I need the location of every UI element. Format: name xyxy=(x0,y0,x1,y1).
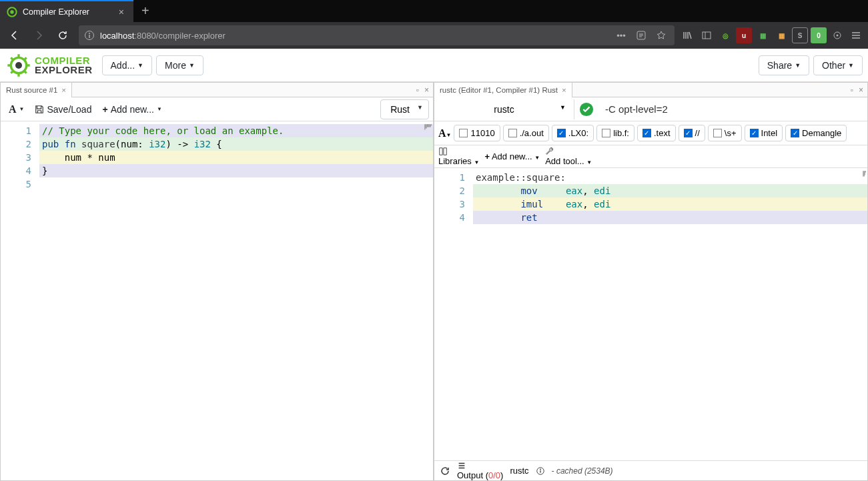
svg-point-9 xyxy=(837,35,839,37)
maximize-icon[interactable]: ▫ xyxy=(851,85,853,95)
browser-chrome: Compiler Explorer × + localhost:8080/com… xyxy=(0,0,868,49)
svg-point-1 xyxy=(10,10,13,13)
url-text: localhost:8080/compiler-explorer xyxy=(100,31,226,41)
recompile-icon[interactable] xyxy=(440,466,450,476)
reload-button[interactable] xyxy=(52,25,73,46)
other-dropdown-button[interactable]: Other ▼ xyxy=(813,55,863,75)
plus-icon: + xyxy=(102,104,107,115)
more-dropdown-button[interactable]: More ▼ xyxy=(156,55,203,75)
svg-rect-6 xyxy=(703,32,711,39)
filter-intel[interactable]: Intel xyxy=(745,125,783,141)
source-tab-label: Rust source #1 xyxy=(6,86,57,94)
add-tool-button[interactable]: Add tool... ▼ xyxy=(545,147,592,166)
source-code[interactable]: // Type your code here, or load an examp… xyxy=(39,121,433,480)
ext-noscript-icon[interactable]: ◎ xyxy=(717,27,733,43)
close-icon[interactable]: × xyxy=(61,86,66,94)
panes-container: Rust source #1 × ▫ × A▼ Save/Load + Add … xyxy=(0,82,868,481)
plus-icon: + xyxy=(484,151,490,161)
filter-demangle[interactable]: Demangle xyxy=(785,125,847,141)
compiler-footer: Output (0/0) rustc - cached (2534B) xyxy=(434,460,867,480)
info-icon[interactable] xyxy=(84,30,95,41)
footer-compiler-label: rustc xyxy=(510,466,528,476)
wrench-icon xyxy=(545,147,592,156)
font-button[interactable]: A▼ xyxy=(5,101,28,118)
bookmark-icon[interactable] xyxy=(653,27,669,43)
add-dropdown-button[interactable]: Add... ▼ xyxy=(102,55,153,75)
filter-binary[interactable]: 11010 xyxy=(454,125,500,141)
sidebar-icon[interactable] xyxy=(699,27,715,43)
asm-gutter: 1 2 3 4 xyxy=(434,168,473,460)
filter-directives[interactable]: .text xyxy=(637,125,676,141)
ext-green-icon[interactable]: ▦ xyxy=(755,27,771,43)
save-icon xyxy=(35,105,44,114)
back-button[interactable] xyxy=(4,25,25,46)
filter-row: A▼ 11010 ./a.out .LX0: lib.f: .text // \… xyxy=(434,121,867,145)
ext-badge-icon[interactable]: 0 xyxy=(811,27,827,43)
cached-label: - cached (2534B) xyxy=(552,466,613,476)
app-logo[interactable]: COMPILER EXPLORER xyxy=(5,52,93,79)
asm-editor[interactable]: 1 2 3 4 example::square: mov eax, edi im… xyxy=(434,168,867,460)
source-pane-tab[interactable]: Rust source #1 × xyxy=(1,83,72,97)
ext-gear-icon[interactable] xyxy=(829,27,845,43)
info-icon[interactable] xyxy=(536,466,545,476)
output-button[interactable]: Output (0/0) xyxy=(457,461,503,480)
library-icon[interactable] xyxy=(680,27,696,43)
svg-rect-15 xyxy=(540,470,540,473)
compiler-options-input[interactable] xyxy=(598,98,867,121)
share-dropdown-button[interactable]: Share▼ xyxy=(759,55,809,75)
url-bar[interactable]: localhost:8080/compiler-explorer ••• xyxy=(79,25,675,45)
source-editor[interactable]: 1 2 3 4 5 // Type your code here, or loa… xyxy=(1,121,433,480)
compiler-tab-label: rustc (Editor #1, Compiler #1) Rust xyxy=(440,86,558,94)
forward-button[interactable] xyxy=(28,25,49,46)
svg-point-11 xyxy=(15,62,22,69)
add-new-button[interactable]: + Add new... ▼ xyxy=(98,101,166,117)
source-toolbar: A▼ Save/Load + Add new... ▼ Rust xyxy=(1,97,433,121)
compiler-select[interactable]: rustc xyxy=(434,99,574,119)
add-new-button[interactable]: + Add new... ▼ xyxy=(484,151,540,161)
save-load-button[interactable]: Save/Load xyxy=(31,101,95,117)
minimap[interactable]: ████████████ xyxy=(863,171,866,176)
extensions-row: ◎ u ▦ ▦ S 0 xyxy=(680,27,864,43)
filter-library[interactable]: lib.f: xyxy=(596,125,634,141)
minimap[interactable]: █████████████████████ xyxy=(424,124,432,129)
compiler-pane-tab[interactable]: rustc (Editor #1, Compiler #1) Rust × xyxy=(434,83,572,97)
caret-down-icon: ▼ xyxy=(534,155,540,161)
libraries-button[interactable]: Libraries ▼ xyxy=(438,147,479,166)
tab-strip: Compiler Explorer × + xyxy=(0,0,868,22)
compiler-select-row: rustc xyxy=(434,97,867,121)
caret-down-icon: ▼ xyxy=(474,159,479,165)
book-icon xyxy=(438,147,479,156)
browser-tab-active[interactable]: Compiler Explorer × xyxy=(0,0,133,22)
logo-text: COMPILER EXPLORER xyxy=(35,56,93,74)
caret-down-icon: ▼ xyxy=(137,62,143,69)
caret-down-icon: ▼ xyxy=(19,106,25,112)
caret-down-icon: ▼ xyxy=(157,106,162,112)
font-button[interactable]: A▼ xyxy=(438,127,451,139)
new-tab-button[interactable]: + xyxy=(133,3,157,19)
compiler-pane-tabbar: rustc (Editor #1, Compiler #1) Rust × ▫ … xyxy=(434,83,867,97)
caret-down-icon: ▼ xyxy=(189,62,195,69)
filter-execute[interactable]: ./a.out xyxy=(503,125,549,141)
filter-comments[interactable]: // xyxy=(679,125,705,141)
reader-icon[interactable] xyxy=(633,27,649,43)
more-icon[interactable]: ••• xyxy=(613,27,629,43)
ext-orange-icon[interactable]: ▦ xyxy=(773,27,789,43)
logo-gear-icon xyxy=(5,52,32,79)
source-pane-tabbar: Rust source #1 × ▫ × xyxy=(1,83,433,97)
ext-ublock-icon[interactable]: u xyxy=(736,27,752,43)
close-icon[interactable]: × xyxy=(424,85,429,95)
source-gutter: 1 2 3 4 5 xyxy=(1,121,39,480)
browser-toolbar: localhost:8080/compiler-explorer ••• ◎ u… xyxy=(0,22,868,49)
caret-down-icon: ▼ xyxy=(848,62,854,69)
svg-point-14 xyxy=(540,468,541,470)
language-select[interactable]: Rust xyxy=(380,99,429,119)
hamburger-menu-icon[interactable] xyxy=(848,27,864,43)
tab-close-icon[interactable]: × xyxy=(116,7,127,17)
filter-trim[interactable]: \s+ xyxy=(708,125,742,141)
filter-labels[interactable]: .LX0: xyxy=(552,125,594,141)
maximize-icon[interactable]: ▫ xyxy=(416,85,419,95)
ext-s-icon[interactable]: S xyxy=(792,27,808,43)
asm-code[interactable]: example::square: mov eax, edi imul eax, … xyxy=(473,168,867,460)
close-icon[interactable]: × xyxy=(859,85,863,95)
close-icon[interactable]: × xyxy=(562,86,566,94)
